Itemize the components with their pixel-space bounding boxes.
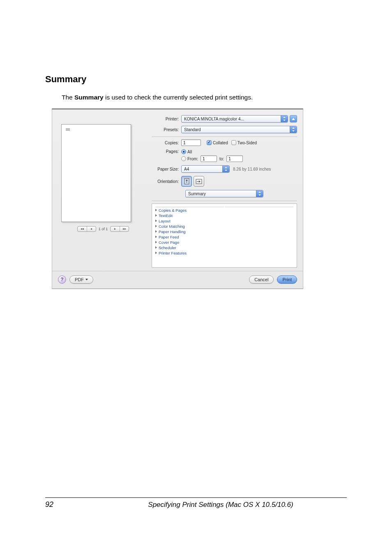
divider xyxy=(152,136,297,137)
stepper-icon xyxy=(281,116,288,122)
pages-to-label: to: xyxy=(219,157,224,161)
orientation-landscape-button[interactable] xyxy=(194,176,204,187)
intro-paragraph: The Summary is used to check the current… xyxy=(62,94,347,101)
summary-list[interactable]: Copies & PagesTextEditLayoutColor Matchi… xyxy=(152,204,297,268)
pdf-label: PDF xyxy=(75,277,84,282)
pager-first-icon[interactable]: ◂◂ xyxy=(78,227,87,231)
summary-item[interactable]: Layout xyxy=(155,219,293,223)
copies-input[interactable] xyxy=(181,139,201,146)
section-value: Summary xyxy=(188,192,206,196)
chevron-down-icon xyxy=(85,279,88,280)
summary-item[interactable]: Paper Feed xyxy=(155,235,293,239)
paper-size-select[interactable]: A4 xyxy=(181,165,230,173)
pages-range-radio[interactable] xyxy=(181,156,186,161)
stepper-icon xyxy=(256,190,263,197)
stepper-icon xyxy=(222,166,229,172)
copies-label: Copies: xyxy=(152,141,181,145)
two-sided-checkbox[interactable] xyxy=(231,140,236,145)
summary-item-label: Paper Handling xyxy=(159,229,186,234)
summary-item-label: Paper Feed xyxy=(159,235,179,239)
pages-all-label: All xyxy=(187,150,192,154)
summary-item[interactable]: TextEdit xyxy=(155,213,293,218)
summary-item[interactable]: Printer Features xyxy=(155,251,293,255)
disclosure-triangle-icon xyxy=(155,214,157,217)
printer-value: KONICA MINOLTA magicolor 4... xyxy=(184,117,244,121)
presets-label: Presets: xyxy=(152,127,181,132)
pages-label: Pages: xyxy=(152,149,181,154)
section-select[interactable]: Summary xyxy=(185,190,263,197)
pager-last-icon[interactable]: ▸▸ xyxy=(120,227,129,231)
print-preview-page xyxy=(61,124,131,222)
intro-pre: The xyxy=(62,94,74,101)
summary-item-label: Color Matching xyxy=(159,224,185,229)
collated-checkbox[interactable] xyxy=(207,140,212,145)
disclosure-triangle-icon xyxy=(155,252,157,254)
disclosure-triangle-icon xyxy=(155,225,157,227)
divider xyxy=(152,201,297,201)
disclosure-triangle-icon xyxy=(155,209,157,211)
footer-title: Specifying Print Settings (Mac OS X 10.5… xyxy=(95,501,347,509)
disclosure-triangle-icon xyxy=(155,241,157,243)
pager-position: 1 of 1 xyxy=(99,227,108,231)
two-sided-label: Two-Sided xyxy=(238,141,257,145)
pager-next-icon[interactable]: ▸ xyxy=(111,227,120,231)
intro-bold: Summary xyxy=(74,94,104,101)
summary-item[interactable]: Cover Page xyxy=(155,240,293,245)
summary-item-label: Printer Features xyxy=(159,251,187,255)
disclosure-triangle-icon xyxy=(155,220,157,222)
print-dialog: ◂◂ ◂ 1 of 1 ▸ ▸▸ Printer: xyxy=(52,109,303,289)
pages-from-input[interactable] xyxy=(201,155,217,162)
summary-item[interactable]: Paper Handling xyxy=(155,229,293,234)
section-heading: Summary xyxy=(45,74,347,85)
page-footer: 92 Specifying Print Settings (Mac OS X 1… xyxy=(45,497,347,509)
pdf-menu-button[interactable]: PDF xyxy=(69,275,93,284)
paper-size-label: Paper Size: xyxy=(152,167,181,171)
printer-select[interactable]: KONICA MINOLTA magicolor 4... xyxy=(181,115,288,123)
disclosure-triangle-icon xyxy=(155,246,157,249)
summary-item[interactable]: Color Matching xyxy=(155,224,293,229)
disclosure-triangle-icon xyxy=(155,236,157,238)
pager-fwd-segment[interactable]: ▸ ▸▸ xyxy=(110,226,129,232)
summary-item[interactable]: Copies & Pages xyxy=(155,208,293,213)
page-number: 92 xyxy=(45,500,95,509)
collated-label: Collated xyxy=(213,141,228,145)
orientation-label: Orientation: xyxy=(152,179,181,184)
pages-all-radio[interactable] xyxy=(181,149,186,154)
presets-select[interactable]: Standard xyxy=(181,126,297,133)
print-button[interactable]: Print xyxy=(277,275,297,284)
intro-post: is used to check the currently selected … xyxy=(104,94,253,101)
summary-item-label: Layout xyxy=(159,219,171,223)
landscape-icon xyxy=(196,179,202,184)
cancel-button[interactable]: Cancel xyxy=(249,275,274,284)
pager-back-segment[interactable]: ◂◂ ◂ xyxy=(77,226,96,232)
summary-item[interactable]: Scheduler xyxy=(155,245,293,250)
summary-item-label: Cover Page xyxy=(159,240,179,245)
printer-label: Printer: xyxy=(152,117,181,121)
summary-item-label: TextEdit xyxy=(159,213,173,218)
summary-item-label: Scheduler xyxy=(159,245,176,250)
presets-value: Standard xyxy=(184,127,201,132)
summary-item-label: Copies & Pages xyxy=(159,208,187,213)
paper-size-value: A4 xyxy=(184,167,189,171)
pager-prev-icon[interactable]: ◂ xyxy=(87,227,96,231)
pages-from-label: From: xyxy=(187,157,198,161)
paper-size-dims: 8.26 by 11.69 inches xyxy=(233,167,271,171)
help-button[interactable]: ? xyxy=(58,275,66,284)
portrait-icon xyxy=(184,178,189,185)
printer-status-button[interactable] xyxy=(290,115,297,123)
orientation-portrait-button[interactable] xyxy=(181,176,192,187)
stepper-icon xyxy=(290,126,297,133)
pages-to-input[interactable] xyxy=(226,155,243,162)
disclosure-triangle-icon xyxy=(155,230,157,233)
